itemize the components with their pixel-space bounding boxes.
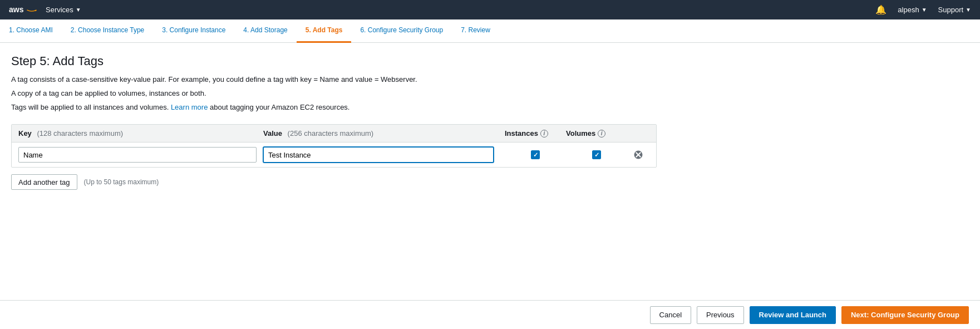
instances-checkbox[interactable] [531,150,540,159]
value-input[interactable] [263,147,494,163]
instances-checkbox-cell [505,150,566,159]
step1-label: 1. Choose AMI [9,26,53,34]
user-label: alpesh [898,6,919,14]
user-caret-icon: ▼ [922,7,927,13]
bottom-action-bar: Cancel Previous Review and Launch Next: … [0,300,980,329]
services-menu[interactable]: Services ▼ [46,6,81,14]
col-value-hint: (256 characters maximum) [288,129,374,138]
description-suffix: about tagging your Amazon EC2 resources. [208,103,349,111]
wizard-steps-bar: 1. Choose AMI 2. Choose Instance Type 3.… [0,19,980,43]
review-and-launch-button[interactable]: Review and Launch [750,306,836,324]
step-review[interactable]: 7. Review [452,19,499,43]
col-volumes-header: Volumes i [566,129,627,138]
services-label: Services [46,6,73,14]
step5-label: 5. Add Tags [306,26,343,34]
aws-logo[interactable]: aws [9,4,37,16]
add-tag-hint: (Up to 50 tags maximum) [84,178,159,186]
add-another-tag-button[interactable]: Add another tag [11,174,77,190]
next-configure-security-group-button[interactable]: Next: Configure Security Group [841,306,969,324]
add-tag-button-label: Add another tag [18,178,70,186]
description-line1: A tag consists of a case-sensitive key-v… [11,74,969,86]
step-choose-ami[interactable]: 1. Choose AMI [9,19,62,43]
col-value-header: Value (256 characters maximum) [263,129,505,138]
add-tag-section: Add another tag (Up to 50 tags maximum) [11,174,969,190]
tags-table: Key (128 characters maximum) Value (256 … [11,124,657,168]
page-title: Step 5: Add Tags [11,54,969,68]
cancel-label: Cancel [659,311,682,319]
top-navigation: aws Services ▼ 🔔 alpesh ▼ Support ▼ [0,0,980,19]
step7-label: 7. Review [461,26,490,34]
step3-label: 3. Configure Instance [162,26,225,34]
col-instances-label: Instances [505,129,538,138]
description-line3: Tags will be applied to all instances an… [11,102,969,114]
col-volumes-label: Volumes [566,129,595,138]
step-configure-instance[interactable]: 3. Configure Instance [153,19,234,43]
step2-label: 2. Choose Instance Type [71,26,145,34]
cancel-button[interactable]: Cancel [650,306,691,324]
col-instances-header: Instances i [505,129,566,138]
previous-button[interactable]: Previous [697,306,744,324]
support-menu[interactable]: Support ▼ [938,6,971,14]
previous-label: Previous [706,311,735,319]
next-label: Next: Configure Security Group [851,311,959,319]
step6-label: 6. Configure Security Group [360,26,443,34]
step-add-tags[interactable]: 5. Add Tags [297,19,352,43]
step-choose-instance-type[interactable]: 2. Choose Instance Type [62,19,154,43]
volumes-checkbox-cell [566,150,627,159]
review-launch-label: Review and Launch [759,311,826,319]
key-input[interactable] [18,147,257,163]
support-caret-icon: ▼ [966,7,971,13]
step-add-storage[interactable]: 4. Add Storage [234,19,296,43]
value-cell [263,147,505,163]
delete-row-button[interactable] [627,150,649,160]
description-line2: A copy of a tag can be applied to volume… [11,88,969,100]
table-row [12,143,656,167]
learn-more-link[interactable]: Learn more [171,103,208,111]
col-value-label: Value [263,129,282,138]
services-caret-icon: ▼ [76,7,81,13]
description-prefix: Tags will be applied to all instances an… [11,103,171,111]
tags-table-header: Key (128 characters maximum) Value (256 … [12,125,656,143]
volumes-info-icon[interactable]: i [598,130,605,138]
col-key-header: Key (128 characters maximum) [18,129,263,138]
step4-label: 4. Add Storage [243,26,287,34]
key-cell [18,147,263,163]
support-label: Support [938,6,964,14]
user-menu[interactable]: alpesh ▼ [898,6,927,14]
notification-bell-icon[interactable]: 🔔 [875,4,887,15]
step-configure-security-group[interactable]: 6. Configure Security Group [351,19,452,43]
col-key-label: Key [18,129,32,138]
volumes-checkbox[interactable] [592,150,601,159]
main-content: Step 5: Add Tags A tag consists of a cas… [0,43,980,234]
col-key-hint: (128 characters maximum) [37,129,123,138]
instances-info-icon[interactable]: i [540,130,548,138]
svg-text:aws: aws [9,5,24,14]
